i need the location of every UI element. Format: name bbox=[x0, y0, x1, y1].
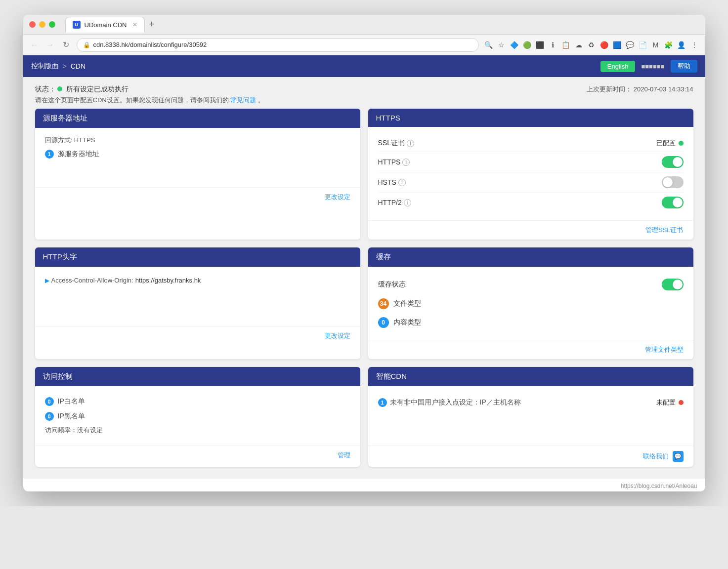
cache-title: 缓存 bbox=[376, 252, 391, 261]
last-update-label: 上次更新时间： bbox=[587, 85, 632, 93]
ext12-icon[interactable]: M bbox=[651, 40, 661, 50]
ssl-status-text: 已配置 bbox=[656, 139, 676, 148]
access-control-link[interactable]: 管理 bbox=[338, 451, 350, 459]
ext7-icon[interactable]: ♻ bbox=[587, 40, 597, 50]
https-toggle-row: HTTPS i bbox=[378, 152, 684, 172]
ssl-info-icon[interactable]: i bbox=[407, 140, 414, 147]
http2-label: HTTP/2 i bbox=[378, 199, 411, 206]
file-type-row: 34 文件类型 bbox=[378, 294, 684, 313]
active-tab[interactable]: U UDomain CDN ✕ bbox=[65, 17, 145, 33]
https-label-text: HTTPS bbox=[378, 158, 401, 166]
back-button[interactable]: ← bbox=[29, 41, 40, 49]
description-text: 请在这个页面中配置CDN设置。如果您发现任何问题，请参阅我们的 bbox=[35, 96, 229, 104]
cache-footer: 管理文件类型 bbox=[368, 340, 693, 359]
manage-ssl-link[interactable]: 管理SSL证书 bbox=[645, 226, 684, 234]
http2-label-text: HTTP/2 bbox=[378, 199, 402, 206]
access-control-title: 访问控制 bbox=[43, 372, 73, 380]
tab-close-icon[interactable]: ✕ bbox=[132, 21, 137, 28]
faq-link[interactable]: 常见问题 bbox=[230, 96, 256, 104]
contact-us-link[interactable]: 联络我们 bbox=[643, 452, 669, 461]
access-control-header: 访问控制 bbox=[35, 367, 360, 386]
https-footer: 管理SSL证书 bbox=[368, 220, 693, 240]
browser-actions: 🔍 ☆ 🔷 🟢 ⬛ ℹ 📋 ☁ ♻ 🔴 🟦 💬 📄 M 🧩 👤 ⋮ bbox=[484, 40, 699, 50]
cache-body: 缓存状态 34 文件类型 0 内容类型 bbox=[368, 267, 693, 340]
traffic-lights bbox=[29, 21, 55, 28]
http-headers-link[interactable]: 更改设定 bbox=[325, 332, 350, 339]
ext9-icon[interactable]: 🟦 bbox=[612, 40, 622, 50]
chat-icon[interactable]: 💬 bbox=[673, 451, 684, 462]
smart-cdn-status-text: 未配置 bbox=[656, 398, 676, 407]
ext11-icon[interactable]: 📄 bbox=[638, 40, 648, 50]
reload-button[interactable]: ↻ bbox=[61, 40, 72, 49]
ssl-status: 已配置 bbox=[656, 139, 684, 148]
hsts-info-icon[interactable]: i bbox=[398, 179, 406, 186]
url-bar[interactable]: 🔒 cdn.8338.hk/domainlist/configure/30592 bbox=[77, 38, 479, 52]
search-icon[interactable]: 🔍 bbox=[484, 40, 494, 50]
source-method: 回源方式: HTTPS bbox=[45, 136, 350, 145]
ext8-icon[interactable]: 🔴 bbox=[600, 40, 609, 50]
smart-cdn-status: 未配置 bbox=[656, 398, 684, 407]
status-bar: 状态： 所有设定已成功执行 请在这个页面中配置CDN设置。如果您发现任何问题，请… bbox=[35, 85, 693, 105]
smart-cdn-title: 智能CDN bbox=[376, 372, 407, 380]
lock-icon: 🔒 bbox=[83, 41, 90, 48]
https-info-icon[interactable]: i bbox=[402, 159, 410, 166]
close-button[interactable] bbox=[29, 21, 36, 28]
ext5-icon[interactable]: 📋 bbox=[561, 40, 571, 50]
access-control-footer: 管理 bbox=[35, 446, 360, 465]
http-headers-header: HTTP头字 bbox=[35, 247, 360, 267]
maximize-button[interactable] bbox=[49, 21, 55, 28]
ext3-icon[interactable]: ⬛ bbox=[535, 40, 545, 50]
hsts-label-text: HSTS bbox=[378, 178, 396, 186]
access-rate: 访问频率：没有设定 bbox=[45, 424, 350, 437]
https-toggle[interactable] bbox=[662, 156, 684, 168]
page-navbar: 控制版面 > CDN English ■■■■■■ 帮助 bbox=[23, 55, 705, 77]
breadcrumb: 控制版面 > CDN bbox=[31, 62, 86, 71]
status-text: 所有设定已成功执行 bbox=[66, 85, 128, 93]
hsts-label: HSTS i bbox=[378, 178, 406, 186]
ssl-row: SSL证书 i 已配置 bbox=[378, 135, 684, 152]
help-button[interactable]: 帮助 bbox=[671, 60, 697, 73]
file-type-label: 文件类型 bbox=[393, 299, 421, 307]
breadcrumb-home[interactable]: 控制版面 bbox=[31, 62, 59, 71]
source-server-card: 源服务器地址 回源方式: HTTPS 1 源服务器地址 更改设定 bbox=[35, 109, 360, 240]
bookmark-icon[interactable]: ☆ bbox=[497, 40, 507, 50]
ip-blacklist-badge: 0 bbox=[45, 412, 54, 421]
ext13-icon[interactable]: 🧩 bbox=[664, 40, 674, 50]
source-address-label: 源服务器地址 bbox=[58, 150, 99, 159]
file-type-item: 34 文件类型 bbox=[378, 298, 422, 309]
cache-toggle[interactable] bbox=[662, 279, 684, 290]
http-headers-body: ▶ Access-Control-Allow-Origin: https://g… bbox=[35, 267, 360, 326]
http2-info-icon[interactable]: i bbox=[404, 199, 411, 206]
manage-file-types-link[interactable]: 管理文件类型 bbox=[645, 346, 684, 353]
source-address-item: 1 源服务器地址 bbox=[45, 150, 350, 159]
tab-favicon: U bbox=[73, 21, 81, 29]
smart-cdn-left: 1 未有非中国用户接入点设定：IP／主机名称 bbox=[378, 398, 521, 407]
description-suffix: 。 bbox=[258, 96, 264, 104]
http2-toggle[interactable] bbox=[662, 197, 684, 208]
ssl-label-text: SSL证书 bbox=[378, 139, 405, 148]
menu-icon[interactable]: ⋮ bbox=[689, 40, 699, 50]
forward-button[interactable]: → bbox=[45, 41, 56, 49]
smart-cdn-badge: 1 bbox=[378, 398, 387, 407]
smart-cdn-footer: 联络我们 💬 bbox=[368, 446, 693, 467]
new-tab-button[interactable]: + bbox=[149, 19, 154, 30]
ext4-icon[interactable]: ℹ bbox=[548, 40, 558, 50]
ip-whitelist-badge: 0 bbox=[45, 397, 54, 406]
ext1-icon[interactable]: 🔷 bbox=[510, 40, 519, 50]
source-server-link[interactable]: 更改设定 bbox=[325, 193, 350, 201]
header-value: https://gatsby.franks.hk bbox=[135, 277, 201, 284]
user-avatar-icon[interactable]: 👤 bbox=[677, 40, 686, 50]
smart-cdn-entry-label: 未有非中国用户接入点设定：IP／主机名称 bbox=[390, 398, 521, 407]
smart-cdn-footer-link: 联络我们 💬 bbox=[378, 451, 684, 462]
hsts-toggle[interactable] bbox=[662, 176, 684, 188]
english-button[interactable]: English bbox=[600, 61, 636, 72]
ssl-label: SSL证书 i bbox=[378, 139, 414, 148]
last-update: 上次更新时间： 2020-07-03 14:33:14 bbox=[587, 85, 693, 94]
minimize-button[interactable] bbox=[39, 21, 45, 28]
ext6-icon[interactable]: ☁ bbox=[574, 40, 584, 50]
tab-bar: U UDomain CDN ✕ + bbox=[65, 17, 699, 33]
cache-header: 缓存 bbox=[368, 247, 693, 267]
ext2-icon[interactable]: 🟢 bbox=[522, 40, 532, 50]
ext10-icon[interactable]: 💬 bbox=[625, 40, 635, 50]
status-description: 请在这个页面中配置CDN设置。如果您发现任何问题，请参阅我们的 常见问题 。 bbox=[35, 96, 264, 105]
